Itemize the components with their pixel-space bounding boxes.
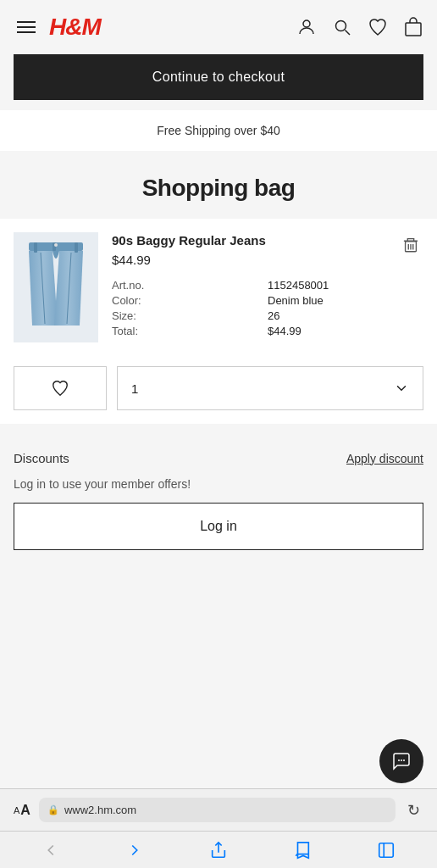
browser-bar: A A 🔒 www2.hm.com ↻ [0, 788, 437, 831]
heart-outline-icon [51, 379, 69, 398]
back-button[interactable] [35, 834, 67, 866]
divider [0, 424, 437, 431]
font-size-control[interactable]: A A [14, 803, 30, 818]
product-info: 90s Baggy Regular Jeans $44.99 Art.no. [112, 232, 423, 337]
header-icons [296, 17, 423, 37]
product-price: $44.99 [112, 253, 266, 267]
menu-icon[interactable] [14, 18, 39, 36]
svg-rect-20 [379, 843, 394, 857]
apply-discount-link[interactable]: Apply discount [346, 452, 423, 465]
heart-icon[interactable] [368, 17, 388, 37]
header: H&M [0, 0, 437, 54]
product-header-row: 90s Baggy Regular Jeans $44.99 [112, 232, 423, 279]
browser-nav [0, 831, 437, 868]
art-no-value: 1152458001 [268, 279, 423, 292]
user-icon[interactable] [296, 17, 317, 37]
lock-icon: 🔒 [47, 804, 59, 815]
svg-rect-3 [406, 23, 421, 36]
discounts-header: Discounts Apply discount [14, 451, 423, 465]
svg-point-1 [336, 21, 346, 31]
color-value: Denim blue [268, 294, 423, 307]
total-label: Total: [112, 325, 268, 337]
action-row: 1 [0, 356, 437, 424]
bag-title-section: Shopping bag [0, 151, 437, 219]
chevron-down-icon [394, 381, 409, 396]
product-details: Art.no. 1152458001 Color: Denim blue Siz… [112, 279, 423, 337]
svg-point-17 [401, 760, 402, 761]
svg-point-10 [54, 243, 58, 247]
checkout-button[interactable]: Continue to checkout [14, 54, 423, 100]
delete-button[interactable] [398, 232, 423, 258]
member-offer-text: Log in to use your member offers! [14, 477, 423, 491]
svg-point-16 [398, 760, 400, 761]
product-image [14, 232, 98, 342]
color-label: Color: [112, 294, 268, 307]
free-shipping-text: Free Shipping over $40 [157, 124, 280, 137]
bookmarks-button[interactable] [286, 834, 318, 866]
chat-bubble[interactable] [379, 739, 423, 783]
font-big: A [20, 803, 30, 818]
product-row: 90s Baggy Regular Jeans $44.99 Art.no. [14, 232, 423, 342]
free-shipping-bar: Free Shipping over $40 [0, 110, 437, 151]
bag-icon[interactable] [403, 17, 423, 37]
search-icon[interactable] [332, 17, 352, 37]
bag-title: Shopping bag [14, 175, 423, 202]
size-value: 26 [268, 309, 423, 322]
tabs-button[interactable] [370, 834, 402, 866]
header-left: H&M [14, 15, 101, 39]
svg-point-18 [403, 760, 405, 761]
discounts-section: Discounts Apply discount Log in to use y… [0, 431, 437, 550]
login-button[interactable]: Log in [14, 503, 423, 550]
wishlist-button[interactable] [14, 366, 107, 410]
font-small: A [14, 805, 19, 815]
share-button[interactable] [202, 834, 235, 866]
reload-button[interactable]: ↻ [404, 801, 423, 820]
svg-rect-9 [75, 242, 78, 253]
quantity-selector[interactable]: 1 [117, 366, 423, 410]
product-name-price: 90s Baggy Regular Jeans $44.99 [112, 232, 266, 279]
url-bar[interactable]: 🔒 www2.hm.com [39, 798, 396, 822]
svg-point-0 [303, 20, 310, 27]
forward-button[interactable] [119, 834, 151, 866]
svg-rect-7 [34, 242, 37, 253]
discounts-label: Discounts [14, 451, 69, 465]
art-no-label: Art.no. [112, 279, 268, 292]
product-card: 90s Baggy Regular Jeans $44.99 Art.no. [0, 219, 437, 356]
quantity-value: 1 [131, 381, 138, 396]
hm-logo[interactable]: H&M [49, 15, 101, 39]
size-label: Size: [112, 309, 268, 322]
svg-line-2 [346, 31, 351, 36]
total-value: $44.99 [268, 325, 423, 337]
chat-icon [391, 751, 412, 771]
product-name: 90s Baggy Regular Jeans [112, 232, 266, 249]
url-text: www2.hm.com [64, 804, 136, 816]
